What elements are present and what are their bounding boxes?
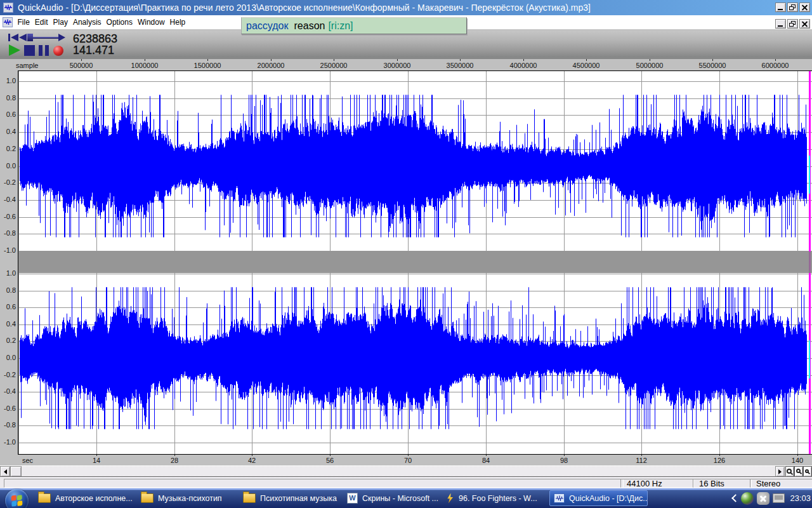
taskbar-task-0[interactable]: Авторское исполне... [38, 490, 138, 506]
sample-tick-label: 1500000 [185, 62, 230, 69]
waveform-border-top [18, 70, 812, 71]
sample-tick-label: 3500000 [438, 62, 482, 69]
sec-tick [797, 455, 798, 456]
sample-tick-label: 5000000 [627, 62, 672, 69]
taskbar-task-2[interactable]: Психотипная музыка [243, 490, 343, 506]
tray-display-icon[interactable] [773, 493, 785, 503]
folder-icon [243, 493, 256, 503]
waveform-canvas[interactable] [18, 71, 812, 454]
tray-media-icon[interactable] [741, 492, 754, 505]
sample-tick [586, 59, 587, 61]
scrollbar-thumb[interactable] [10, 466, 22, 477]
start-button[interactable] [5, 489, 29, 508]
tray-clock: 23:03 [790, 493, 811, 503]
status-sample-rate: 44100 Hz [620, 479, 694, 488]
close-button[interactable] [799, 3, 810, 12]
skip-start-bar-icon[interactable] [8, 34, 10, 41]
status-channel-mode: Stereo [750, 479, 812, 488]
system-tray: 23:03 [733, 488, 812, 508]
taskbar: Авторское исполне...Музыка-психотипПсихо… [0, 488, 812, 508]
zoom-full-button[interactable] [803, 466, 812, 477]
zoom-out-button[interactable] [794, 466, 803, 477]
title-bar: QuickAudio - [D:\Диссертация\Практика по… [0, 0, 812, 15]
sec-tick [408, 455, 409, 456]
task-label: QuickAudio - [D:\Дис... [569, 494, 648, 503]
rewind-icon[interactable] [19, 34, 27, 41]
sec-tick-label: 56 [308, 457, 352, 464]
child-minimize-button[interactable] [775, 19, 786, 29]
sec-tick-label: 28 [152, 457, 197, 464]
amplitude-label: 1.0 [0, 269, 16, 277]
menu-window[interactable]: Window [135, 15, 167, 30]
amplitude-label: 0.8 [0, 286, 16, 294]
taskbar-task-3[interactable]: WСкрины - Microsoft ... [347, 490, 447, 506]
word-icon: W [347, 493, 358, 504]
menu-analysis[interactable]: Analysis [70, 15, 104, 30]
amplitude-label: 0.4 [0, 320, 16, 328]
menu-play[interactable]: Play [51, 15, 70, 30]
pause-button[interactable] [39, 45, 43, 56]
app-waveform-icon [3, 3, 13, 13]
amplitude-label: -0.6 [0, 213, 16, 220]
sample-tick [397, 59, 398, 61]
dictionary-popup: рассудок reason [ri:zn] [241, 17, 467, 34]
child-restore-button[interactable] [787, 19, 798, 29]
menu-help[interactable]: Help [167, 15, 188, 30]
window-title: QuickAudio - [D:\Диссертация\Практика по… [18, 3, 591, 13]
sample-tick [207, 59, 208, 61]
scroll-left-button[interactable] [0, 466, 10, 477]
position-slider-thumb[interactable] [27, 34, 33, 41]
sample-ruler[interactable]: sample 500000100000015000002000000250000… [0, 59, 812, 70]
position-seconds: 141.471 [73, 44, 114, 57]
skip-start-icon[interactable] [11, 34, 18, 41]
sec-tick-label: 84 [464, 457, 508, 464]
forward-icon[interactable] [58, 34, 65, 41]
sample-tick-label: 500000 [59, 62, 103, 69]
sample-tick-label: 1000000 [122, 62, 167, 69]
sample-tick [460, 59, 461, 61]
sample-tick [650, 59, 650, 61]
position-slider-track[interactable] [33, 37, 58, 39]
sample-tick [712, 59, 713, 61]
taskbar-task-1[interactable]: Музыка-психотип [141, 490, 241, 506]
scroll-right-button[interactable] [775, 466, 785, 477]
sec-tick [564, 455, 565, 456]
sample-tick-label: 2500000 [311, 62, 356, 69]
scrollbar-track[interactable] [0, 466, 812, 477]
amplitude-label: -0.2 [0, 178, 16, 186]
quickaudio-icon [554, 493, 565, 503]
horizontal-scrollbar[interactable] [0, 465, 812, 477]
menu-file[interactable]: File [15, 15, 32, 30]
zoom-in-button[interactable] [785, 466, 794, 477]
sample-tick [81, 59, 82, 61]
tray-collapse-chevron-icon[interactable] [732, 494, 740, 502]
task-label: Психотипная музыка [260, 494, 337, 503]
menu-items: FileEditPlayAnalysisOptionsWindowHelp [15, 15, 188, 30]
play-button[interactable] [9, 44, 20, 56]
sec-tick-label: 70 [386, 457, 430, 464]
seconds-ruler-unit: sec [22, 457, 33, 464]
record-button[interactable] [53, 46, 63, 56]
child-close-button[interactable] [799, 19, 810, 29]
task-label: 96. Foo Fighters - W... [459, 494, 537, 503]
menu-edit[interactable]: Edit [32, 15, 51, 30]
tray-muted-icon[interactable] [757, 492, 769, 505]
taskbar-task-4[interactable]: 96. Foo Fighters - W... [446, 490, 546, 506]
sec-tick [486, 455, 487, 456]
seconds-ruler[interactable]: sec 14284256708498112126140 [0, 455, 812, 465]
status-bar: 44100 Hz 16 Bits Stereo [0, 476, 812, 488]
taskbar-task-5[interactable]: QuickAudio - [D:\Дис... [549, 490, 648, 506]
restore-button[interactable] [787, 3, 798, 12]
document-waveform-icon[interactable] [3, 17, 13, 27]
stop-button[interactable] [24, 45, 35, 56]
minimize-button[interactable] [775, 3, 786, 12]
amplitude-label: 0.4 [0, 128, 16, 135]
sample-tick [334, 59, 334, 61]
amplitude-label: 0.6 [0, 303, 16, 311]
waveform-display[interactable]: 1.00.80.60.40.20.0-0.2-0.4-0.6-0.8-1.0 1… [0, 70, 812, 455]
menu-options[interactable]: Options [104, 15, 135, 30]
amplitude-label: 0.8 [0, 94, 16, 102]
amplitude-label: 0.0 [0, 162, 16, 170]
dictionary-word: рассудок [246, 20, 289, 32]
dictionary-translation: reason [294, 20, 325, 32]
